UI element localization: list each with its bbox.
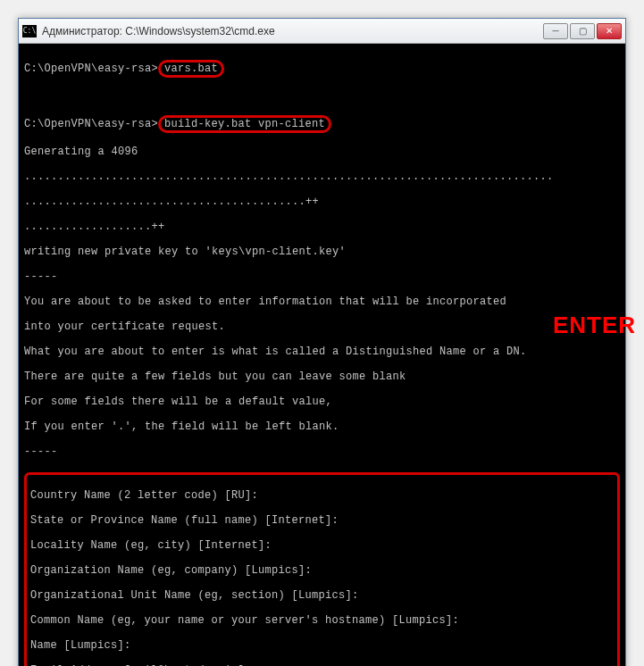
output-line: ........................................…	[24, 171, 620, 183]
dn-prompt: State or Province Name (full name) [Inte…	[30, 514, 614, 527]
dn-prompt: Name [Lumpics]:	[30, 639, 614, 652]
output-line: There are quite a few fields but you can…	[24, 370, 620, 383]
close-button[interactable]: ✕	[597, 23, 622, 39]
command-highlight: build-key.bat vpn-client	[158, 115, 331, 133]
dn-prompt: Organizational Unit Name (eg, section) […	[30, 589, 614, 602]
output-line: -----	[24, 445, 620, 458]
cmd-icon: C:\	[22, 25, 37, 37]
window-title: Администратор: C:\Windows\system32\cmd.e…	[42, 25, 543, 37]
output-line: writing new private key to 'keys\vpn-cli…	[24, 246, 620, 258]
prompt: C:\OpenVPN\easy-rsa>	[24, 62, 158, 75]
enter-annotation: ENTER	[553, 319, 636, 331]
dn-input-highlight: Country Name (2 letter code) [RU]: State…	[24, 472, 620, 666]
window-controls: ─ ▢ ✕	[543, 23, 622, 39]
dn-prompt: Organization Name (eg, company) [Lumpics…	[30, 564, 614, 577]
output-line: ........................................…	[24, 196, 620, 208]
prompt-line: C:\OpenVPN\easy-rsa>build-key.bat vpn-cl…	[24, 115, 620, 133]
output-line: You are about to be asked to enter infor…	[24, 296, 620, 308]
maximize-button[interactable]: ▢	[570, 23, 595, 39]
prompt: C:\OpenVPN\easy-rsa>	[24, 118, 158, 130]
output-line: ...................++	[24, 221, 620, 233]
output-line: -----	[24, 271, 620, 283]
output-line: If you enter '.', the field will be left…	[24, 420, 620, 433]
cmd-window: C:\ Администратор: C:\Windows\system32\c…	[18, 18, 626, 666]
command-highlight: vars.bat	[158, 60, 224, 78]
prompt-line: C:\OpenVPN\easy-rsa>vars.bat	[24, 60, 620, 78]
titlebar[interactable]: C:\ Администратор: C:\Windows\system32\c…	[19, 19, 625, 44]
minimize-button[interactable]: ─	[543, 23, 568, 39]
terminal-body[interactable]: C:\OpenVPN\easy-rsa>vars.bat C:\OpenVPN\…	[19, 44, 625, 666]
output-line: What you are about to enter is what is c…	[24, 345, 620, 358]
dn-prompt: Country Name (2 letter code) [RU]:	[30, 489, 614, 502]
dn-prompt: Common Name (eg, your name or your serve…	[30, 614, 614, 627]
dn-prompt: Locality Name (eg, city) [Internet]:	[30, 539, 614, 552]
output-line: For some fields there will be a default …	[24, 395, 620, 408]
output-line: into your certificate request.	[24, 321, 620, 333]
output-line: Generating a 4096	[24, 146, 620, 158]
